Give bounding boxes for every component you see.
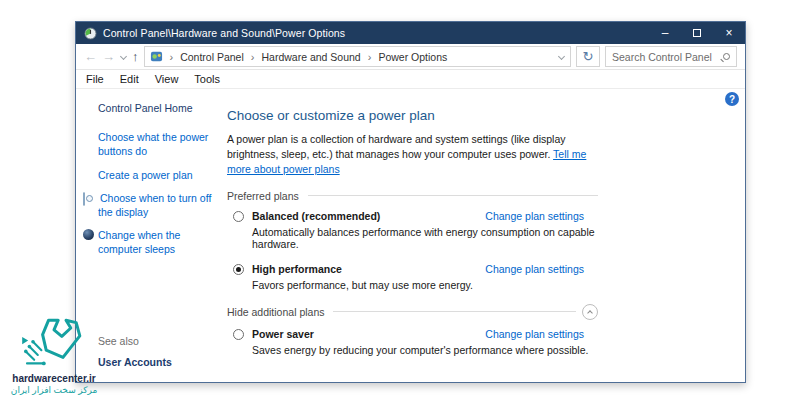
address-dropdown-icon[interactable] [558,53,565,60]
collapse-plans-button[interactable] [582,304,598,320]
up-icon[interactable]: ↑ [132,50,139,63]
help-icon[interactable]: ? [725,92,739,106]
radio-power-saver[interactable] [233,329,244,340]
breadcrumb-item-power-options[interactable]: Power Options [378,51,447,63]
page-title: Choose or customize a power plan [227,108,598,123]
search-icon[interactable] [723,53,730,60]
close-button[interactable]: × [713,22,745,44]
group-preferred-plans: Preferred plans [227,190,598,202]
change-plan-settings-link-power-saver[interactable]: Change plan settings [485,328,584,340]
plan-high-performance: High performance Change plan settings Fa… [233,263,598,291]
forward-icon[interactable]: → [102,50,115,63]
plan-name[interactable]: High performance [252,263,342,275]
watermark-site: hardwarecenter.ir [6,373,102,385]
sidebar-item-power-buttons[interactable]: Choose what the power buttons do [98,130,222,158]
power-options-window: Control Panel\Hardware and Sound\Power O… [75,21,746,383]
sidebar-item-create-power-plan[interactable]: Create a power plan [98,168,222,182]
hardwarecenter-logo-icon [21,315,87,371]
breadcrumb-item-hardware-and-sound[interactable]: Hardware and Sound [261,51,360,63]
breadcrumb-separator: › [248,51,258,63]
sidebar-item-label: Choose when to turn off the display [98,192,211,218]
change-plan-settings-link-balanced[interactable]: Change plan settings [485,210,584,222]
sidebar-item-control-panel-home[interactable]: Control Panel Home [98,101,222,115]
plan-power-saver: Power saver Change plan settings Saves e… [233,328,598,356]
change-plan-settings-link-high-performance[interactable]: Change plan settings [485,263,584,275]
watermark-caption: مرکز سخت افزار ایران [6,385,102,397]
search-box [605,46,737,67]
menu-tools[interactable]: Tools [194,73,220,85]
display-icon [83,192,85,206]
radio-high-performance[interactable] [233,264,244,275]
back-icon[interactable]: ← [84,50,97,63]
sleep-icon [83,229,94,240]
group-hide-additional-plans: Hide additional plans [227,304,598,320]
breadcrumb-separator: › [167,51,177,63]
sidebar-item-user-accounts[interactable]: User Accounts [98,355,172,369]
sidebar-item-label: Change when the computer sleeps [98,229,180,255]
breadcrumb-separator: › [365,51,375,63]
search-input[interactable] [612,51,719,63]
breadcrumb[interactable]: › Control Panel › Hardware and Sound › P… [144,46,572,67]
hardwarecenter-watermark: hardwarecenter.ir مرکز سخت افزار ایران [6,315,102,397]
title-bar: Control Panel\Hardware and Sound\Power O… [76,22,745,44]
group-divider [308,195,598,196]
plan-name[interactable]: Balanced (recommended) [252,210,380,222]
menu-edit[interactable]: Edit [120,73,139,85]
plan-description: Saves energy by reducing your computer's… [252,344,598,356]
sidebar-item-computer-sleeps[interactable]: Change when the computer sleeps [98,228,222,256]
refresh-button[interactable]: ↻ [576,46,600,67]
menu-view[interactable]: View [155,73,179,85]
sidebar-item-turn-off-display[interactable]: Choose when to turn off the display [98,191,222,219]
breadcrumb-item-control-panel[interactable]: Control Panel [180,51,244,63]
menu-bar: File Edit View Tools [76,70,745,89]
see-also-heading: See also [98,334,172,348]
intro-text: A power plan is a collection of hardware… [227,132,598,178]
address-bar: ← → ↑ › Control Panel › Hardware and Sou… [76,44,745,70]
group-label: Hide additional plans [227,306,324,318]
control-panel-icon [150,50,163,63]
group-divider [333,311,576,312]
intro-body: A power plan is a collection of hardware… [227,133,566,160]
menu-file[interactable]: File [86,73,104,85]
chevron-up-icon [587,310,593,316]
plan-description: Automatically balances performance with … [252,226,598,250]
radio-balanced[interactable] [233,211,244,222]
see-also-section: See also User Accounts [98,334,172,369]
window-title: Control Panel\Hardware and Sound\Power O… [103,27,649,39]
maximize-icon [693,29,701,37]
maximize-button[interactable] [681,22,713,44]
group-label: Preferred plans [227,190,299,202]
plan-balanced: Balanced (recommended) Change plan setti… [233,210,598,250]
content-area: ? Control Panel Home Choose what the pow… [76,89,745,382]
minimize-button[interactable]: – [649,22,681,44]
power-options-icon [84,27,97,40]
plan-description: Favors performance, but may use more ene… [252,279,598,291]
history-dropdown-icon[interactable] [120,53,127,60]
main-pane: Choose or customize a power plan A power… [222,89,745,382]
plan-name[interactable]: Power saver [252,328,314,340]
